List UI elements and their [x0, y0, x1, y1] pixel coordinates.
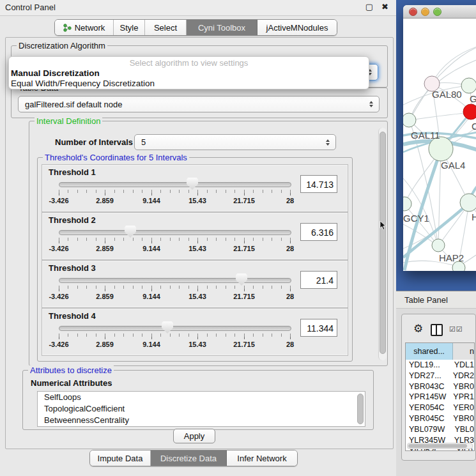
cell-shared-name[interactable]: YBR043C — [406, 381, 452, 392]
cell-shared-name[interactable]: YDL19... — [406, 360, 453, 371]
number-of-intervals-combobox[interactable]: 5 — [134, 134, 336, 150]
threshold-3-slider-thumb[interactable] — [236, 273, 247, 286]
zoom-traffic-light-icon[interactable] — [433, 8, 441, 16]
node-label: C — [472, 121, 476, 132]
thresholds-group-label: Threshold's Coordinates for 5 Intervals — [43, 153, 189, 162]
tick-label: -3.426 — [40, 293, 78, 300]
apply-button[interactable]: Apply — [173, 429, 215, 443]
list-item[interactable]: BetweennessCentrality — [38, 415, 365, 426]
tab-discretize-data[interactable]: Discretize Data — [151, 450, 227, 466]
network-icon — [63, 24, 72, 32]
tab-network[interactable]: Network — [55, 20, 114, 35]
interval-scrollbar[interactable] — [378, 128, 387, 360]
interval-definition-group: Interval Definition Number of Intervals … — [29, 121, 388, 366]
tick-label: 28 — [271, 341, 309, 348]
threshold-4-box: Threshold 4 -3.426 2.859 9.144 15.43 21.… — [42, 308, 348, 356]
cell-name[interactable]: YBR0 — [452, 381, 474, 392]
threshold-2-slider-track[interactable] — [59, 230, 291, 235]
table-row[interactable]: YDR27... YDR2 — [406, 371, 474, 381]
threshold-3-slider-track[interactable] — [59, 278, 291, 283]
network-node[interactable] — [403, 113, 416, 127]
gear-icon[interactable]: ⚙ — [413, 322, 423, 335]
table-row[interactable]: YPR145W YPR1 — [406, 392, 474, 403]
cell-shared-name[interactable]: YBR045C — [406, 413, 452, 424]
close-panel-icon[interactable]: ✖ — [381, 2, 388, 12]
cell-name[interactable]: YER0 — [452, 403, 474, 413]
cell-shared-name[interactable]: YPR145W — [406, 392, 452, 403]
threshold-4-value-field[interactable]: 11.344 — [300, 319, 337, 337]
node-label: HAP2 — [439, 252, 464, 263]
tick-label: 9.144 — [132, 197, 171, 204]
tab-style[interactable]: Style — [114, 20, 145, 35]
tab-cyni-toolbox[interactable]: Cyni Toolbox — [187, 20, 257, 35]
network-graph — [403, 19, 476, 271]
table-row[interactable]: YBR045C YBR0 — [406, 413, 474, 424]
right-side: GAL80 GA C GAL11 GAL4 GCY1 H HAP2 Table … — [396, 0, 476, 476]
threshold-2-value-field[interactable]: 6.316 — [300, 223, 337, 241]
threshold-2-box: Threshold 2 -3.426 2.859 9.144 15.43 21.… — [42, 212, 348, 260]
table-row[interactable]: YBL079W YBL0 — [406, 424, 474, 435]
network-node[interactable] — [403, 197, 411, 211]
tab-select-label: Select — [154, 23, 177, 33]
tick-label: 21.715 — [225, 293, 263, 300]
cell-shared-name[interactable]: YBL079W — [406, 424, 453, 435]
tab-infer-network[interactable]: Infer Network — [227, 450, 297, 466]
cyni-toolbox-panel: Discretization Algorithm Table Data galF… — [5, 37, 394, 449]
tick-label: 9.144 — [132, 293, 171, 300]
number-of-intervals-label: Number of Intervals — [55, 137, 133, 147]
list-item[interactable]: TopologicalCoefficient — [38, 403, 365, 415]
cell-name[interactable]: YBL0 — [453, 424, 474, 435]
node-label: H — [472, 211, 476, 222]
cell-name[interactable]: YDR2 — [452, 371, 474, 381]
list-scrollbar-thumb[interactable] — [357, 394, 364, 424]
tick-label: 2.859 — [86, 293, 124, 300]
cell-shared-name[interactable]: YDR27... — [406, 371, 452, 381]
cell-shared-name[interactable]: YER054C — [406, 403, 452, 413]
interval-scrollbar-thumb[interactable] — [380, 132, 386, 354]
column-header-name[interactable]: n — [453, 343, 474, 360]
tab-network-label: Network — [75, 23, 105, 33]
network-canvas[interactable]: GAL80 GA C GAL11 GAL4 GCY1 H HAP2 — [403, 19, 476, 271]
table-horizontal-scrollbar-thumb[interactable] — [408, 444, 467, 448]
minimize-traffic-light-icon[interactable] — [421, 8, 429, 16]
network-node[interactable] — [432, 239, 445, 252]
tab-jactivemnodules[interactable]: jActiveMNodules — [257, 20, 337, 35]
column-header-shared-name[interactable]: shared... — [406, 343, 453, 360]
threshold-4-slider-track[interactable] — [59, 326, 291, 331]
network-window-titlebar[interactable] — [403, 5, 476, 19]
select-columns-checkboxes-icon[interactable]: ☑☑ — [449, 325, 463, 334]
node-label: GCY1 — [403, 213, 429, 224]
threshold-1-slider-thumb[interactable] — [187, 178, 198, 190]
node-label: GAL4 — [441, 160, 465, 171]
numerical-attributes-label: Numerical Attributes — [31, 378, 112, 388]
numerical-attributes-list[interactable]: SelfLoops TopologicalCoefficient Between… — [37, 391, 365, 427]
float-window-icon[interactable]: ▢ — [365, 2, 373, 12]
threshold-1-value-field[interactable]: 14.713 — [300, 175, 337, 193]
table-row[interactable]: YER054C YER0 — [406, 403, 474, 413]
dropdown-option-manual[interactable]: Manual Discretization — [9, 68, 369, 79]
cell-name[interactable]: YPR1 — [452, 392, 474, 403]
tab-select[interactable]: Select — [145, 20, 187, 35]
list-item[interactable]: SelfLoops — [38, 392, 365, 403]
split-columns-icon[interactable] — [431, 324, 443, 336]
network-node[interactable] — [461, 78, 476, 93]
table-data-combobox[interactable]: galFiltered.sif default node — [18, 96, 380, 112]
table-row[interactable]: YDL19... YDL1 — [406, 360, 474, 371]
threshold-3-label: Threshold 3 — [49, 263, 96, 273]
threshold-3-value-field[interactable]: 21.4 — [300, 271, 337, 289]
table-row[interactable]: YBR043C YBR0 — [406, 381, 474, 392]
attributes-group: Attributes to discretize Numerical Attri… — [22, 370, 374, 430]
cell-name[interactable]: YBR0 — [452, 413, 474, 424]
threshold-1-slider-track[interactable] — [59, 182, 291, 187]
table-data-group: Table Data galFiltered.sif default node — [11, 88, 388, 118]
threshold-4-slider-thumb[interactable] — [162, 321, 173, 334]
threshold-2-slider-thumb[interactable] — [125, 226, 136, 238]
cell-name[interactable]: YDL1 — [453, 360, 474, 371]
tab-impute-data[interactable]: Impute Data — [90, 450, 151, 466]
tick-label: 21.715 — [225, 245, 263, 252]
table-horizontal-scrollbar[interactable] — [407, 443, 473, 449]
network-node-selected[interactable] — [463, 104, 476, 119]
network-node[interactable] — [460, 194, 476, 211]
dropdown-option-equal-width[interactable]: Equal Width/Frequency Discretization — [9, 79, 369, 89]
close-traffic-light-icon[interactable] — [409, 8, 417, 16]
